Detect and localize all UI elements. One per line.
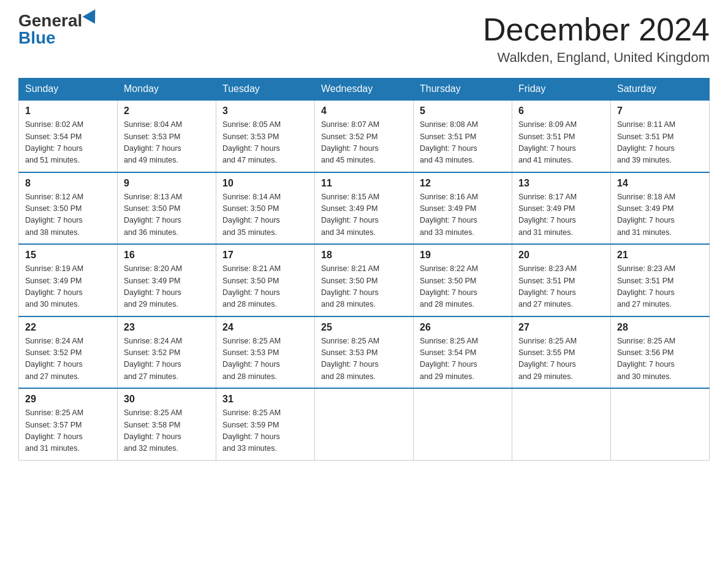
calendar-cell <box>512 388 611 460</box>
day-info: Sunrise: 8:25 AMSunset: 3:58 PMDaylight:… <box>124 407 210 455</box>
header-monday: Monday <box>118 79 216 101</box>
day-info: Sunrise: 8:25 AMSunset: 3:57 PMDaylight:… <box>25 407 111 455</box>
day-info: Sunrise: 8:05 AMSunset: 3:53 PMDaylight:… <box>222 119 308 167</box>
week-row-1: 1Sunrise: 8:02 AMSunset: 3:54 PMDaylight… <box>19 100 710 172</box>
day-number: 11 <box>321 178 407 189</box>
location-title: Walkden, England, United Kingdom <box>483 50 710 66</box>
calendar-header-row: SundayMondayTuesdayWednesdayThursdayFrid… <box>19 79 710 101</box>
calendar-cell: 20Sunrise: 8:23 AMSunset: 3:51 PMDayligh… <box>512 244 611 316</box>
calendar-cell: 12Sunrise: 8:16 AMSunset: 3:49 PMDayligh… <box>414 172 512 245</box>
day-info: Sunrise: 8:02 AMSunset: 3:54 PMDaylight:… <box>25 119 111 167</box>
calendar-cell: 3Sunrise: 8:05 AMSunset: 3:53 PMDaylight… <box>216 100 315 172</box>
day-number: 19 <box>420 250 506 261</box>
day-info: Sunrise: 8:08 AMSunset: 3:51 PMDaylight:… <box>420 119 506 167</box>
calendar-cell: 5Sunrise: 8:08 AMSunset: 3:51 PMDaylight… <box>414 100 512 172</box>
day-info: Sunrise: 8:18 AMSunset: 3:49 PMDaylight:… <box>617 191 703 239</box>
day-number: 25 <box>321 322 407 333</box>
calendar-cell: 22Sunrise: 8:24 AMSunset: 3:52 PMDayligh… <box>19 316 118 389</box>
calendar-cell: 17Sunrise: 8:21 AMSunset: 3:50 PMDayligh… <box>216 244 315 316</box>
calendar-cell: 21Sunrise: 8:23 AMSunset: 3:51 PMDayligh… <box>611 244 710 316</box>
day-number: 7 <box>617 105 703 117</box>
calendar-cell: 15Sunrise: 8:19 AMSunset: 3:49 PMDayligh… <box>19 244 118 316</box>
day-info: Sunrise: 8:25 AMSunset: 3:53 PMDaylight:… <box>321 335 407 383</box>
calendar-cell: 29Sunrise: 8:25 AMSunset: 3:57 PMDayligh… <box>19 388 118 460</box>
calendar-cell <box>315 388 414 460</box>
calendar-cell: 2Sunrise: 8:04 AMSunset: 3:53 PMDaylight… <box>118 100 216 172</box>
calendar-cell <box>414 388 512 460</box>
calendar-cell: 16Sunrise: 8:20 AMSunset: 3:49 PMDayligh… <box>118 244 216 316</box>
day-info: Sunrise: 8:24 AMSunset: 3:52 PMDaylight:… <box>25 335 111 383</box>
header-saturday: Saturday <box>611 79 710 101</box>
day-number: 31 <box>222 394 308 405</box>
day-info: Sunrise: 8:25 AMSunset: 3:54 PMDaylight:… <box>420 335 506 383</box>
day-number: 21 <box>617 250 703 261</box>
day-info: Sunrise: 8:12 AMSunset: 3:50 PMDaylight:… <box>25 191 111 239</box>
day-number: 28 <box>617 322 703 333</box>
week-row-5: 29Sunrise: 8:25 AMSunset: 3:57 PMDayligh… <box>19 388 710 460</box>
day-info: Sunrise: 8:09 AMSunset: 3:51 PMDaylight:… <box>518 119 604 167</box>
day-number: 20 <box>518 250 604 261</box>
logo-general-text: General <box>18 12 82 29</box>
calendar-cell: 18Sunrise: 8:21 AMSunset: 3:50 PMDayligh… <box>315 244 414 316</box>
title-area: December 2024 Walkden, England, United K… <box>483 12 710 66</box>
calendar-cell: 30Sunrise: 8:25 AMSunset: 3:58 PMDayligh… <box>118 388 216 460</box>
calendar-cell: 31Sunrise: 8:25 AMSunset: 3:59 PMDayligh… <box>216 388 315 460</box>
day-number: 9 <box>124 178 210 189</box>
day-info: Sunrise: 8:23 AMSunset: 3:51 PMDaylight:… <box>617 263 703 311</box>
day-info: Sunrise: 8:13 AMSunset: 3:50 PMDaylight:… <box>124 191 210 239</box>
calendar-cell: 7Sunrise: 8:11 AMSunset: 3:51 PMDaylight… <box>611 100 710 172</box>
week-row-4: 22Sunrise: 8:24 AMSunset: 3:52 PMDayligh… <box>19 316 710 389</box>
day-number: 12 <box>420 178 506 189</box>
day-number: 3 <box>222 105 308 117</box>
day-number: 18 <box>321 250 407 261</box>
calendar-cell: 4Sunrise: 8:07 AMSunset: 3:52 PMDaylight… <box>315 100 414 172</box>
header-tuesday: Tuesday <box>216 79 315 101</box>
calendar-cell: 11Sunrise: 8:15 AMSunset: 3:49 PMDayligh… <box>315 172 414 245</box>
calendar-cell: 14Sunrise: 8:18 AMSunset: 3:49 PMDayligh… <box>611 172 710 245</box>
calendar-cell: 6Sunrise: 8:09 AMSunset: 3:51 PMDaylight… <box>512 100 611 172</box>
day-number: 23 <box>124 322 210 333</box>
day-number: 16 <box>124 250 210 261</box>
day-number: 14 <box>617 178 703 189</box>
day-info: Sunrise: 8:11 AMSunset: 3:51 PMDaylight:… <box>617 119 703 167</box>
header: General Blue December 2024 Walkden, Engl… <box>18 12 710 66</box>
day-info: Sunrise: 8:04 AMSunset: 3:53 PMDaylight:… <box>124 119 210 167</box>
day-info: Sunrise: 8:19 AMSunset: 3:49 PMDaylight:… <box>25 263 111 311</box>
day-number: 10 <box>222 178 308 189</box>
calendar-cell <box>611 388 710 460</box>
logo-blue-text: Blue <box>18 29 56 47</box>
month-title: December 2024 <box>483 12 710 47</box>
day-info: Sunrise: 8:24 AMSunset: 3:52 PMDaylight:… <box>124 335 210 383</box>
logo: General Blue <box>18 12 99 47</box>
calendar-cell: 1Sunrise: 8:02 AMSunset: 3:54 PMDaylight… <box>19 100 118 172</box>
header-friday: Friday <box>512 79 611 101</box>
day-number: 13 <box>518 178 604 189</box>
header-sunday: Sunday <box>19 79 118 101</box>
calendar-cell: 13Sunrise: 8:17 AMSunset: 3:49 PMDayligh… <box>512 172 611 245</box>
calendar-cell: 24Sunrise: 8:25 AMSunset: 3:53 PMDayligh… <box>216 316 315 389</box>
day-number: 29 <box>25 394 111 405</box>
day-info: Sunrise: 8:21 AMSunset: 3:50 PMDaylight:… <box>321 263 407 311</box>
week-row-3: 15Sunrise: 8:19 AMSunset: 3:49 PMDayligh… <box>19 244 710 316</box>
day-number: 2 <box>124 105 210 117</box>
calendar-table: SundayMondayTuesdayWednesdayThursdayFrid… <box>18 78 710 461</box>
calendar-cell: 23Sunrise: 8:24 AMSunset: 3:52 PMDayligh… <box>118 316 216 389</box>
day-info: Sunrise: 8:20 AMSunset: 3:49 PMDaylight:… <box>124 263 210 311</box>
day-info: Sunrise: 8:25 AMSunset: 3:56 PMDaylight:… <box>617 335 703 383</box>
day-info: Sunrise: 8:16 AMSunset: 3:49 PMDaylight:… <box>420 191 506 239</box>
header-thursday: Thursday <box>414 79 512 101</box>
day-info: Sunrise: 8:14 AMSunset: 3:50 PMDaylight:… <box>222 191 308 239</box>
calendar-cell: 26Sunrise: 8:25 AMSunset: 3:54 PMDayligh… <box>414 316 512 389</box>
week-row-2: 8Sunrise: 8:12 AMSunset: 3:50 PMDaylight… <box>19 172 710 245</box>
day-info: Sunrise: 8:22 AMSunset: 3:50 PMDaylight:… <box>420 263 506 311</box>
day-info: Sunrise: 8:15 AMSunset: 3:49 PMDaylight:… <box>321 191 407 239</box>
calendar-cell: 27Sunrise: 8:25 AMSunset: 3:55 PMDayligh… <box>512 316 611 389</box>
calendar-cell: 28Sunrise: 8:25 AMSunset: 3:56 PMDayligh… <box>611 316 710 389</box>
day-number: 17 <box>222 250 308 261</box>
day-number: 1 <box>25 105 111 117</box>
day-info: Sunrise: 8:25 AMSunset: 3:55 PMDaylight:… <box>518 335 604 383</box>
day-info: Sunrise: 8:23 AMSunset: 3:51 PMDaylight:… <box>518 263 604 311</box>
day-number: 6 <box>518 105 604 117</box>
day-info: Sunrise: 8:21 AMSunset: 3:50 PMDaylight:… <box>222 263 308 311</box>
calendar-cell: 10Sunrise: 8:14 AMSunset: 3:50 PMDayligh… <box>216 172 315 245</box>
